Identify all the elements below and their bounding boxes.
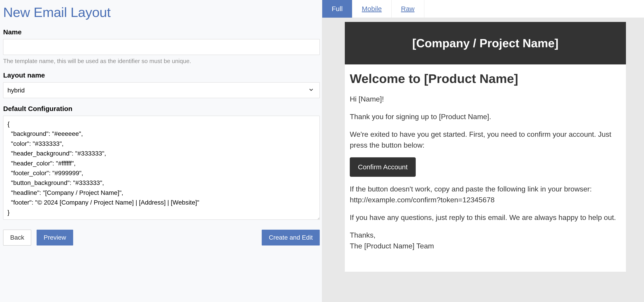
confirm-account-button[interactable]: Confirm Account [350,157,416,177]
name-field-group: Name The template name, this will be use… [3,28,320,65]
email-signoff-thanks: Thanks, [350,231,376,239]
email-title: Welcome to [Product Name] [350,71,621,86]
name-label: Name [3,28,320,36]
tab-mobile[interactable]: Mobile [352,0,391,18]
email-container: [Company / Project Name] Welcome to [Pro… [345,22,626,272]
back-button[interactable]: Back [3,230,31,245]
tab-raw[interactable]: Raw [392,0,424,18]
email-questions: If you have any questions, just reply to… [350,212,621,223]
create-edit-button[interactable]: Create and Edit [262,230,320,245]
email-fallback: If the button doesn't work, copy and pas… [350,184,621,205]
config-textarea[interactable] [3,116,320,220]
layout-label: Layout name [3,71,320,79]
config-label: Default Configuration [3,105,320,113]
email-greeting: Hi [Name]! [350,94,621,104]
page-title: New Email Layout [3,5,320,20]
email-signoff-team: The [Product Name] Team [350,242,434,250]
name-input[interactable] [3,39,320,55]
email-excited: We're exited to have you get started. Fi… [350,129,621,151]
preview-button[interactable]: Preview [36,230,73,245]
name-help-text: The template name, this will be used as … [3,58,320,65]
preview-tabs: Full Mobile Raw [322,0,644,18]
layout-select[interactable]: hybrid [3,82,320,98]
email-signoff: Thanks, The [Product Name] Team [350,230,621,251]
email-header: [Company / Project Name] [345,22,626,64]
config-field-group: Default Configuration [3,105,320,221]
layout-field-group: Layout name hybrid [3,71,320,98]
button-row: Back Preview Create and Edit [3,230,320,245]
email-thanks: Thank you for signing up to [Product Nam… [350,111,621,122]
email-body: Welcome to [Product Name] Hi [Name]! Tha… [345,64,626,272]
preview-area: [Company / Project Name] Welcome to [Pro… [322,18,644,302]
tab-full[interactable]: Full [322,0,352,18]
